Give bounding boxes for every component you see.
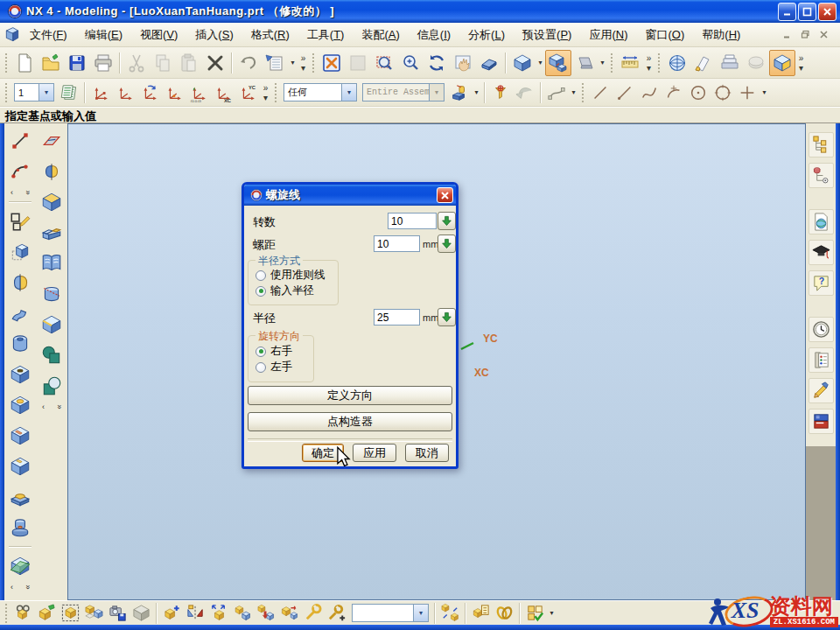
radius-method-radio[interactable]	[256, 270, 266, 281]
cut-button[interactable]	[123, 50, 150, 76]
zoom-in-out-button[interactable]	[397, 50, 424, 76]
turns-input[interactable]	[388, 213, 437, 229]
extrude-button[interactable]	[6, 238, 34, 266]
copy-button[interactable]	[150, 50, 176, 76]
start-application-button[interactable]	[769, 50, 795, 76]
work-assembly-button[interactable]	[447, 80, 472, 105]
component-grey-button[interactable]	[130, 602, 153, 624]
command-list-dropdown-arrow[interactable]: ▾	[288, 51, 298, 75]
maximize-button[interactable]	[798, 3, 816, 21]
snap-rotate-button[interactable]	[137, 80, 162, 105]
move-component-button[interactable]	[207, 602, 231, 624]
sweep-button[interactable]	[6, 299, 34, 327]
circle-center-button[interactable]	[686, 80, 710, 105]
snap-point-button[interactable]	[88, 80, 113, 105]
menu-l[interactable]: 分析(L)	[459, 24, 514, 46]
tutorials-button[interactable]	[808, 240, 834, 265]
combo-dropdown-button[interactable]: ▾	[38, 84, 53, 101]
selection-filter-button[interactable]	[488, 80, 513, 105]
assembly-sequence-button[interactable]	[469, 602, 493, 624]
curve-app-button[interactable]	[664, 50, 690, 76]
toolbar-collapse-arrows[interactable]: ‹»	[36, 402, 67, 411]
menu-h[interactable]: 帮助(H)	[693, 24, 749, 46]
print-button[interactable]	[90, 50, 116, 76]
apply-button[interactable]: 应用	[353, 444, 396, 462]
snap-end-point-button[interactable]	[113, 80, 137, 105]
find-component-button[interactable]	[11, 602, 35, 624]
rotation-direction-option[interactable]: 左手	[256, 360, 292, 374]
open-component-button[interactable]	[35, 602, 59, 624]
toolbar-grip[interactable]	[581, 82, 585, 103]
menu-p[interactable]: 预设置(P)	[514, 24, 580, 46]
sheetmetal-app-button[interactable]	[743, 50, 769, 76]
view-cube-dropdown-arrow[interactable]: ▾	[536, 51, 545, 75]
radius-input[interactable]	[374, 309, 420, 326]
toolbar-grip[interactable]	[312, 52, 316, 74]
toolbar-grip[interactable]	[610, 52, 614, 74]
save-button[interactable]	[64, 50, 90, 76]
pocket-button[interactable]	[6, 422, 34, 450]
combo-dropdown-button[interactable]: ▾	[341, 84, 356, 101]
orient-view-button[interactable]	[545, 50, 571, 76]
snap-xc-button[interactable]: XC	[211, 80, 235, 105]
menu-t[interactable]: 工具(T)	[298, 24, 354, 46]
sketch-app-button[interactable]	[690, 50, 717, 76]
unite-button[interactable]	[38, 341, 66, 369]
open-folder-button[interactable]	[38, 50, 64, 76]
rotation-direction-radio[interactable]	[256, 362, 266, 373]
line-button[interactable]	[588, 80, 612, 105]
arrangement-combo[interactable]: ▾	[352, 604, 429, 622]
work-layer-combo[interactable]: 1▾	[14, 83, 54, 102]
pan-view-button[interactable]	[450, 50, 476, 76]
undo-button[interactable]	[235, 50, 262, 76]
menu-o[interactable]: 窗口(O)	[636, 24, 693, 46]
view-cube-button[interactable]	[509, 50, 536, 76]
radius-method-radio-selected[interactable]	[256, 286, 266, 297]
helix-dialog-titlebar[interactable]: 螺旋线	[244, 185, 456, 206]
menu-r[interactable]: 格式(R)	[242, 24, 298, 46]
web-browser-button[interactable]	[808, 209, 834, 234]
rotation-direction-option[interactable]: 右手	[256, 344, 292, 359]
menu-f[interactable]: 文件(F)	[21, 24, 76, 46]
zoom-window-button[interactable]	[371, 50, 397, 76]
snap-mid-point-button[interactable]	[162, 80, 186, 105]
check-assembly-dropdown-arrow[interactable]: ▾	[547, 601, 556, 626]
blend-button[interactable]	[38, 311, 66, 339]
step-block-button[interactable]	[38, 219, 66, 247]
rotate-view-button[interactable]	[424, 50, 450, 76]
menu-v[interactable]: 视图(V)	[131, 24, 186, 46]
measure-distance-button[interactable]	[617, 50, 643, 76]
wave-link-plus-button[interactable]	[326, 602, 349, 624]
basic-line-button[interactable]	[6, 127, 34, 155]
toolbar-grip[interactable]	[4, 52, 9, 74]
toolbar-collapse-arrows[interactable]: ‹»	[4, 188, 36, 197]
chain-curve-dropdown-arrow[interactable]: ▾	[569, 80, 578, 105]
shaded-view-dropdown-arrow[interactable]: ▾	[598, 51, 607, 75]
interpart-link-button[interactable]	[493, 602, 516, 624]
subtract-button[interactable]	[38, 372, 66, 400]
paste-button[interactable]	[176, 50, 202, 76]
menu-e[interactable]: 编辑(E)	[76, 24, 131, 46]
wave-link-button[interactable]	[302, 602, 326, 624]
toolbar-collapse-arrows[interactable]: ‹»	[4, 583, 36, 592]
select-component-button[interactable]	[59, 602, 82, 624]
toolbar-overflow[interactable]: »▾	[298, 51, 309, 75]
radius-step-button[interactable]	[438, 308, 456, 326]
basic-arc-button[interactable]	[6, 158, 34, 186]
toolbar-overflow[interactable]: »▾	[260, 80, 271, 105]
delete-button[interactable]	[202, 50, 228, 76]
trim-body-button[interactable]	[6, 552, 34, 580]
radius-method-option[interactable]: 输入半径	[256, 284, 314, 298]
line-point-button[interactable]	[612, 80, 637, 105]
menu-a[interactable]: 装配(A)	[353, 24, 408, 46]
dropdown-arrow[interactable]: ▾	[760, 80, 769, 105]
mdi-restore-button[interactable]	[798, 28, 813, 41]
pad-button[interactable]	[6, 452, 34, 480]
assemblies-button[interactable]	[82, 602, 106, 624]
menu-i[interactable]: 信息(I)	[409, 24, 459, 46]
fit-view-button[interactable]	[318, 50, 345, 76]
point-plus-button[interactable]	[735, 80, 760, 105]
toolbar-grip[interactable]	[657, 52, 662, 74]
rotation-direction-radio-selected[interactable]	[256, 346, 266, 357]
help-button[interactable]: ?	[808, 270, 834, 296]
